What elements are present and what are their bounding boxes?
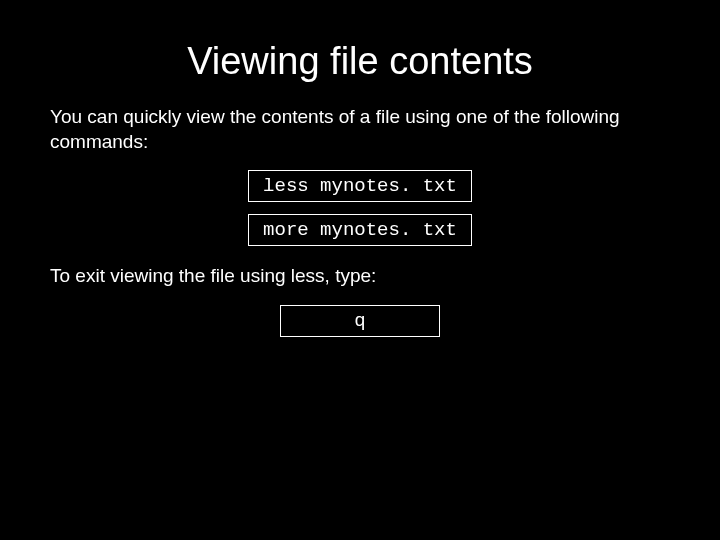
command-row-2: more mynotes. txt xyxy=(50,214,670,246)
slide: Viewing file contents You can quickly vi… xyxy=(0,0,720,540)
command-quit: q xyxy=(280,305,440,337)
command-row-3: q xyxy=(50,305,670,337)
intro-paragraph: You can quickly view the contents of a f… xyxy=(50,105,670,154)
command-less: less mynotes. txt xyxy=(248,170,472,202)
command-row-1: less mynotes. txt xyxy=(50,170,670,202)
slide-title: Viewing file contents xyxy=(50,40,670,83)
exit-paragraph: To exit viewing the file using less, typ… xyxy=(50,264,670,289)
command-more: more mynotes. txt xyxy=(248,214,472,246)
